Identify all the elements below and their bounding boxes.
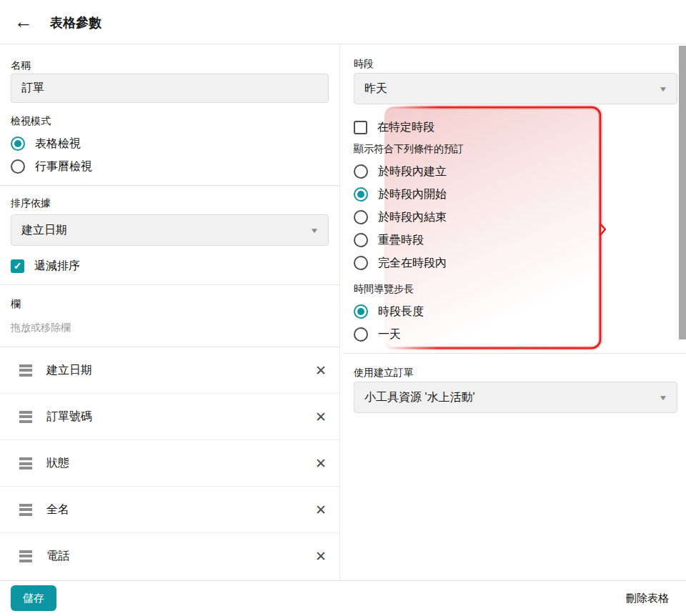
delete-table-button[interactable]: 刪除表格 (626, 592, 669, 605)
radio-row-fully-in-period: 完全在時段內 (354, 254, 447, 272)
specific-period-label[interactable]: 在特定時段 (377, 120, 434, 135)
sort-select[interactable]: 建立日期 ▼ (11, 214, 329, 246)
radio-row-table-view: 表格檢視 (11, 135, 81, 152)
sort-label: 排序依據 (11, 197, 51, 210)
radio-row-overlaps-period: 重疊時段 (354, 232, 424, 249)
column-item-row: 狀態 ✕ (0, 440, 339, 487)
widget-select[interactable]: 小工具資源 '水上活動' ▼ (354, 382, 677, 413)
chevron-down-icon: ▼ (658, 394, 667, 402)
save-button[interactable]: 儲存 (11, 585, 56, 611)
radio-row-period-length: 時段長度 (354, 303, 424, 320)
chevron-down-icon: ▼ (658, 85, 667, 93)
close-icon[interactable]: ✕ (315, 457, 327, 470)
drag-handle-icon[interactable] (19, 457, 32, 470)
chevron-down-icon: ▼ (309, 227, 319, 234)
radio-fully-in-period-label[interactable]: 完全在時段內 (378, 256, 447, 271)
radio-overlaps-period-label[interactable]: 重疊時段 (378, 233, 424, 248)
radio-row-one-day: 一天 (354, 326, 401, 343)
radio-row-calendar-view: 行事曆檢視 (11, 158, 92, 175)
column-item-row: 電話 ✕ (0, 533, 339, 580)
radio-starts-in-period[interactable] (354, 187, 368, 202)
period-select-value: 昨天 (364, 81, 387, 96)
section-divider (0, 185, 339, 186)
annotation-pointer-icon (600, 224, 605, 235)
step-label: 時間導覽步長 (354, 283, 414, 296)
columns-label: 欄 (11, 298, 21, 311)
widget-select-value: 小工具資源 '水上活動' (364, 390, 475, 405)
section-divider (343, 353, 686, 354)
drag-handle-icon[interactable] (19, 411, 32, 423)
table-parameters-page: ← 表格參數 名稱 檢視模式 表格檢視 行事曆檢視 排序依據 建立日期 ▼ ✓ … (0, 0, 686, 616)
sort-select-value: 建立日期 (21, 223, 67, 238)
widget-label: 使用建立訂單 (354, 367, 414, 379)
radio-row-ends-in-period: 於時段內結束 (354, 209, 447, 226)
radio-created-in-period-label[interactable]: 於時段內建立 (378, 164, 447, 179)
specific-period-checkbox[interactable] (354, 121, 367, 134)
radio-calendar-view-label[interactable]: 行事曆檢視 (35, 159, 92, 174)
radio-row-starts-in-period: 於時段內開始 (354, 186, 447, 203)
radio-table-view-label[interactable]: 表格檢視 (35, 136, 81, 151)
view-mode-label: 檢視模式 (11, 115, 51, 128)
header-divider (0, 44, 686, 44)
scrollbar-thumb[interactable] (679, 46, 686, 339)
column-item-label: 電話 (46, 549, 69, 564)
footer-divider (0, 580, 686, 581)
period-label: 時段 (354, 58, 374, 71)
radio-one-day[interactable] (354, 327, 368, 342)
name-input[interactable] (11, 74, 329, 103)
radio-ends-in-period-label[interactable]: 於時段內結束 (378, 210, 447, 225)
descending-label[interactable]: 遞減排序 (34, 259, 80, 274)
column-divider (339, 44, 340, 580)
back-arrow-icon[interactable]: ← (11, 11, 36, 34)
column-item-row: 全名 ✕ (0, 487, 339, 533)
column-item-label: 訂單號碼 (46, 409, 92, 424)
radio-row-created-in-period: 於時段內建立 (354, 163, 447, 180)
descending-checkbox[interactable]: ✓ (11, 259, 24, 273)
page-title: 表格參數 (50, 14, 101, 31)
name-label: 名稱 (11, 59, 31, 72)
radio-fully-in-period[interactable] (354, 256, 368, 270)
radio-one-day-label[interactable]: 一天 (378, 327, 401, 342)
close-icon[interactable]: ✕ (315, 364, 327, 377)
radio-starts-in-period-label[interactable]: 於時段內開始 (378, 187, 447, 202)
close-icon[interactable]: ✕ (315, 550, 327, 563)
period-select[interactable]: 昨天 ▼ (354, 73, 677, 104)
column-item-row: 訂單號碼 ✕ (0, 394, 339, 440)
column-item-label: 全名 (46, 502, 69, 517)
drag-handle-icon[interactable] (19, 550, 32, 562)
column-item-row: 建立日期 ✕ (0, 347, 339, 394)
columns-hint: 拖放或移除欄 (11, 322, 71, 334)
radio-table-view[interactable] (11, 136, 25, 151)
header: ← 表格參數 (0, 0, 686, 44)
specific-period-row: 在特定時段 (354, 119, 434, 136)
column-item-label: 狀態 (46, 456, 69, 471)
close-icon[interactable]: ✕ (315, 410, 327, 424)
column-item-label: 建立日期 (46, 363, 92, 378)
radio-created-in-period[interactable] (354, 164, 368, 179)
drag-handle-icon[interactable] (19, 504, 32, 516)
close-icon[interactable]: ✕ (315, 503, 327, 517)
radio-overlaps-period[interactable] (354, 233, 368, 247)
radio-calendar-view[interactable] (11, 159, 25, 174)
radio-ends-in-period[interactable] (354, 210, 368, 224)
descending-row: ✓ 遞減排序 (11, 257, 80, 274)
drag-handle-icon[interactable] (19, 364, 32, 377)
radio-period-length-label[interactable]: 時段長度 (378, 304, 424, 319)
radio-period-length[interactable] (354, 304, 368, 319)
filter-label: 顯示符合下列條件的預訂 (354, 143, 464, 156)
section-divider (0, 284, 339, 285)
